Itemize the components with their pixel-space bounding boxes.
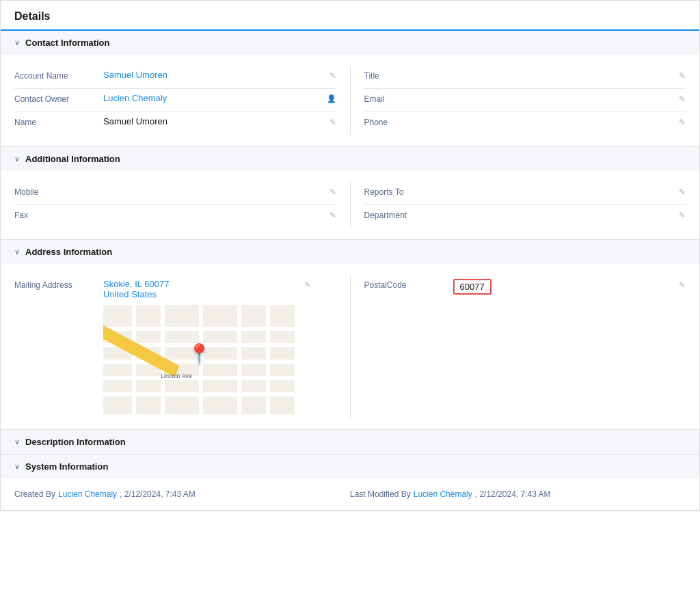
address-information-title: Address Information [25,247,112,257]
email-edit-icon[interactable]: ✎ [669,93,686,104]
modified-by-date: , 2/12/2024, 7:43 AM [475,489,551,499]
contact-column-divider [350,66,351,135]
postal-code-edit-icon[interactable]: ✎ [669,279,686,290]
chevron-icon: ∨ [14,38,20,47]
fax-row: Fax ✎ [14,205,336,228]
description-information-header[interactable]: ∨ Description Information [1,430,699,454]
system-information-section: ∨ System Information Created By Lucien C… [1,455,699,511]
contact-right-column: Title ✎ Email ✎ Phone ✎ [364,66,686,135]
map-road [132,305,136,414]
additional-information-section: ∨ Additional Information Mobile ✎ Fax ✎ [1,147,699,240]
phone-edit-icon[interactable]: ✎ [669,116,686,127]
contact-owner-row: Contact Owner Lucien Chemaly 👤 [14,89,336,112]
address-left-column: Mailing Address Skokie, IL 60077 United … [14,275,336,418]
email-row: Email ✎ [364,89,686,112]
fax-label: Fax [14,209,103,220]
additional-right-column: Reports To ✎ Department ✎ [364,182,686,228]
name-edit-icon[interactable]: ✎ [320,116,336,127]
mailing-country-value[interactable]: United States [103,289,295,299]
description-information-section: ∨ Description Information [1,430,699,455]
created-by-name[interactable]: Lucien Chemaly [58,489,117,499]
account-name-edit-icon[interactable]: ✎ [320,70,336,81]
mailing-city-value[interactable]: Skokie, IL 60077 [103,279,295,289]
map-pin: 📍 [187,342,211,365]
modified-by-col: Last Modified By Lucien Chemaly , 2/12/2… [350,489,686,499]
page-wrapper: Details ∨ Contact Information Account Na… [0,0,700,511]
contact-information-title: Contact Information [25,38,110,48]
mobile-edit-icon[interactable]: ✎ [320,186,336,197]
system-information-header[interactable]: ∨ System Information [1,455,699,478]
modified-by-label: Last Modified By [350,489,411,499]
mailing-address-block: Skokie, IL 60077 United States [103,279,295,414]
name-label: Name [14,116,103,127]
title-row: Title ✎ [364,66,686,89]
account-name-label: Account Name [14,70,103,81]
reports-to-edit-icon[interactable]: ✎ [669,186,686,197]
mobile-label: Mobile [14,186,103,197]
address-information-body: Mailing Address Skokie, IL 60077 United … [1,264,699,429]
map-placeholder: Lincoln Ave 📍 [103,305,295,414]
contact-owner-value[interactable]: Lucien Chemaly [103,93,320,103]
phone-label: Phone [364,116,453,127]
name-row: Name Samuel Umoren ✎ [14,112,336,135]
created-by-date: , 2/12/2024, 7:43 AM [120,489,196,499]
title-edit-icon[interactable]: ✎ [669,70,686,81]
description-chevron-icon: ∨ [14,437,20,446]
mailing-address-row: Mailing Address Skokie, IL 60077 United … [14,275,336,418]
contact-information-body: Account Name Samuel Umoren ✎ Contact Own… [1,55,699,146]
postal-code-label: PostalCode [364,279,453,290]
address-column-divider [350,275,351,418]
mailing-address-label: Mailing Address [14,279,103,290]
additional-left-column: Mobile ✎ Fax ✎ [14,182,336,228]
map-label: Lincoln Ave [161,373,192,379]
additional-information-header[interactable]: ∨ Additional Information [1,147,699,171]
map-road [266,305,270,414]
account-name-row: Account Name Samuel Umoren ✎ [14,66,336,89]
mobile-row: Mobile ✎ [14,182,336,205]
name-value: Samuel Umoren [103,116,320,126]
system-chevron-icon: ∨ [14,462,20,471]
department-row: Department ✎ [364,205,686,228]
contact-information-section: ∨ Contact Information Account Name Samue… [1,31,699,147]
address-information-section: ∨ Address Information Mailing Address Sk… [1,240,699,430]
additional-information-title: Additional Information [25,154,120,164]
additional-chevron-icon: ∨ [14,154,20,163]
map-road [237,305,241,414]
additional-column-divider [350,182,351,228]
postal-code-value: 60077 [453,279,670,295]
email-label: Email [364,93,453,104]
department-edit-icon[interactable]: ✎ [669,209,686,220]
contact-owner-person-icon[interactable]: 👤 [320,93,336,103]
title-label: Title [364,70,453,81]
created-by-label: Created By [14,489,55,499]
address-information-header[interactable]: ∨ Address Information [1,240,699,264]
postal-code-row: PostalCode 60077 ✎ [364,275,686,299]
system-information-title: System Information [25,461,108,472]
additional-information-body: Mobile ✎ Fax ✎ Reports To ✎ Depa [1,171,699,239]
contact-left-column: Account Name Samuel Umoren ✎ Contact Own… [14,66,336,135]
account-name-value[interactable]: Samuel Umoren [103,70,320,80]
reports-to-label: Reports To [364,186,453,197]
system-info-body: Created By Lucien Chemaly , 2/12/2024, 7… [1,478,699,510]
page-title: Details [14,10,686,29]
contact-information-header[interactable]: ∨ Contact Information [1,31,699,55]
fax-edit-icon[interactable]: ✎ [320,209,336,220]
address-chevron-icon: ∨ [14,247,20,256]
contact-owner-label: Contact Owner [14,93,103,104]
address-right-column: PostalCode 60077 ✎ [364,275,686,418]
created-by-col: Created By Lucien Chemaly , 2/12/2024, 7… [14,489,350,499]
department-label: Department [364,209,453,220]
mailing-address-edit-icon[interactable]: ✎ [295,279,311,290]
phone-row: Phone ✎ [364,112,686,135]
page-header: Details [1,1,699,31]
modified-by-name[interactable]: Lucien Chemaly [414,489,472,499]
reports-to-row: Reports To ✎ [364,182,686,205]
postal-code-highlighted: 60077 [453,279,492,295]
description-information-title: Description Information [25,437,126,447]
map-grid: Lincoln Ave 📍 [103,305,295,414]
